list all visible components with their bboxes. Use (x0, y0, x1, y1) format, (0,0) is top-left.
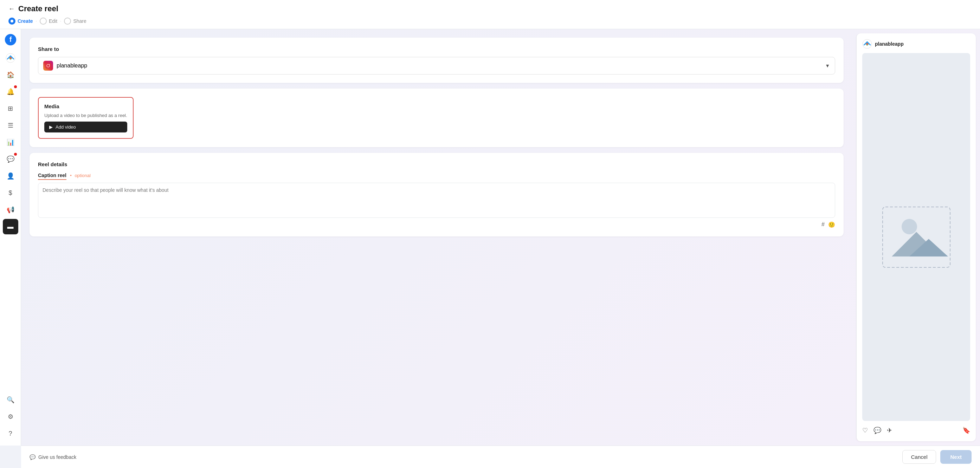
main-layout: f 🏠 🔔 ⊞ ☰ 📊 💬 👤 $ 📢 ▬ 🔍 ⚙ ? (0, 29, 980, 446)
steps-nav: Create · Edit · Share (8, 17, 972, 25)
bottom-bar: 💬 Give us feedback Cancel Next (21, 446, 980, 468)
cancel-button[interactable]: Cancel (902, 450, 936, 464)
reel-details-card: Reel details Caption reel • optional # 🙂 (30, 153, 844, 236)
step-create[interactable]: Create (8, 17, 33, 25)
preview-panel: planableapp ♡ 💬 ✈ 🔖 (856, 33, 976, 441)
step-share-label: Share (73, 18, 86, 24)
settings-icon[interactable]: ⚙ (3, 409, 18, 424)
svg-point-6 (49, 64, 50, 65)
reel-details-label: Reel details (38, 161, 835, 167)
share-to-dropdown[interactable]: planableapp ▼ (38, 57, 835, 75)
instagram-icon (43, 61, 53, 71)
preview-header: planableapp (862, 39, 970, 49)
caption-dot: • (70, 173, 72, 178)
preview-action-icons-left: ♡ 💬 ✈ (862, 427, 892, 434)
hashtag-icon[interactable]: # (821, 221, 825, 228)
step-sep-2: · (60, 19, 61, 24)
video-icon: ▶ (49, 124, 53, 130)
top-bar: ← Create reel Create · Edit · Share (0, 0, 980, 29)
form-area: Share to (21, 29, 852, 446)
bottom-actions: Cancel Next (902, 450, 972, 464)
media-subtitle: Upload a video to be published as a reel… (44, 113, 127, 118)
step-share-circle (64, 17, 71, 25)
svg-point-3 (10, 57, 11, 59)
heart-icon[interactable]: ♡ (862, 427, 868, 434)
caption-optional-label: optional (75, 173, 91, 178)
comment-icon[interactable]: 💬 (873, 427, 881, 434)
preview-actions: ♡ 💬 ✈ 🔖 (862, 425, 970, 436)
share-icon[interactable]: ✈ (887, 427, 892, 434)
preview-logo (862, 39, 872, 49)
megaphone-icon[interactable]: 📢 (3, 202, 18, 217)
svg-text:f: f (9, 35, 11, 43)
home-icon[interactable]: 🏠 (3, 67, 18, 82)
step-edit-label: Edit (49, 18, 57, 24)
preview-username: planableapp (875, 41, 904, 47)
svg-point-8 (867, 43, 868, 45)
page-title: Create reel (18, 4, 58, 13)
step-sep-1: · (36, 19, 37, 24)
chart-icon[interactable]: 📊 (3, 135, 18, 150)
list-icon[interactable]: ☰ (3, 118, 18, 133)
feedback-icon: 💬 (30, 454, 35, 460)
feedback-link[interactable]: 💬 Give us feedback (30, 454, 76, 460)
caption-textarea[interactable] (38, 183, 835, 218)
dropdown-arrow-icon: ▼ (825, 63, 830, 68)
back-button[interactable]: ← (8, 5, 15, 13)
chat-badge (14, 153, 17, 155)
bell-icon[interactable]: 🔔 (3, 84, 18, 100)
title-row: ← Create reel (8, 4, 972, 13)
bookmark-icon[interactable]: 🔖 (963, 427, 970, 434)
active-section-icon[interactable]: ▬ (3, 219, 18, 234)
search-icon[interactable]: 🔍 (3, 392, 18, 408)
person-icon[interactable]: 👤 (3, 168, 18, 184)
selected-account: planableapp (57, 63, 87, 69)
add-video-label: Add video (56, 124, 76, 130)
add-video-button[interactable]: ▶ Add video (44, 122, 127, 132)
share-to-card: Share to (30, 38, 844, 83)
caption-label-row: Caption reel • optional (38, 172, 835, 178)
planable-logo-icon[interactable] (3, 50, 18, 66)
step-share[interactable]: Share (64, 17, 86, 25)
chat-icon[interactable]: 💬 (3, 151, 18, 167)
step-create-circle (8, 17, 16, 25)
grid-icon[interactable]: ⊞ (3, 101, 18, 116)
media-box: Media Upload a video to be published as … (38, 97, 134, 139)
svg-point-10 (902, 219, 917, 234)
feedback-label: Give us feedback (38, 454, 76, 460)
caption-reel-label: Caption reel (38, 173, 67, 180)
meta-logo: f (4, 33, 17, 46)
share-to-label: Share to (38, 46, 835, 52)
main-content: Share to (21, 29, 980, 446)
help-icon[interactable]: ? (3, 426, 18, 441)
step-edit[interactable]: Edit (40, 17, 57, 25)
bell-badge (14, 86, 17, 88)
caption-toolbar: # 🙂 (38, 219, 835, 228)
svg-rect-4 (45, 63, 51, 68)
step-edit-circle (40, 17, 47, 25)
dropdown-left: planableapp (43, 61, 87, 71)
sidebar: f 🏠 🔔 ⊞ ☰ 📊 💬 👤 $ 📢 ▬ 🔍 ⚙ ? (0, 29, 21, 446)
emoji-icon[interactable]: 🙂 (828, 221, 835, 228)
media-title: Media (44, 103, 127, 109)
dollar-icon[interactable]: $ (3, 185, 18, 201)
step-create-label: Create (18, 18, 33, 24)
next-button[interactable]: Next (940, 450, 972, 464)
preview-image-placeholder (862, 53, 970, 421)
media-card: Media Upload a video to be published as … (30, 89, 844, 147)
